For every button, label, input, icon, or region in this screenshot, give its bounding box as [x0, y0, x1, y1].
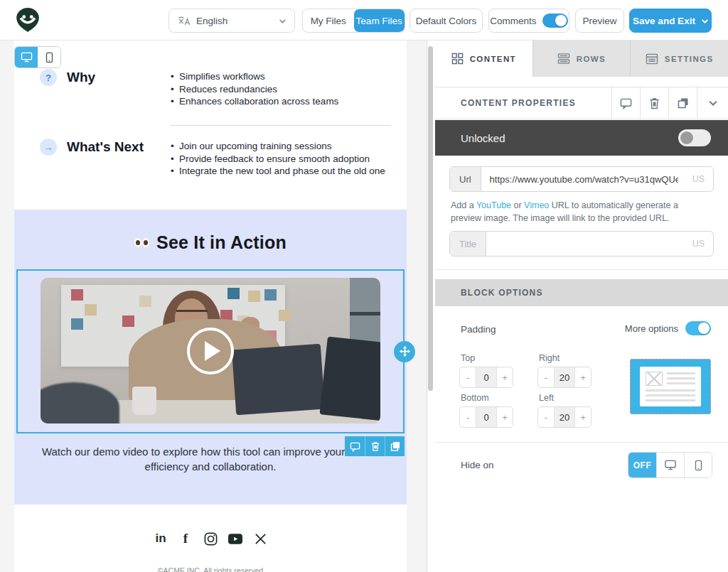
- lock-toggle[interactable]: [678, 129, 711, 146]
- decrement-button[interactable]: -: [538, 407, 554, 427]
- preview-button[interactable]: Preview: [575, 9, 624, 33]
- title-field-label: Title: [450, 232, 486, 256]
- tab-label: SETTINGS: [665, 55, 714, 63]
- padding-top-label: Top: [461, 353, 475, 363]
- tab-label: CONTENT: [470, 55, 516, 63]
- mobile-view-button[interactable]: [38, 47, 60, 68]
- padding-top-stepper: - 0 +: [459, 367, 513, 388]
- increment-button[interactable]: +: [497, 367, 513, 387]
- comments-label: Comments: [490, 16, 536, 26]
- whats-next-section[interactable]: → What's Next Join our upcoming training…: [40, 139, 391, 178]
- content-properties-title: CONTENT PROPERTIES: [435, 87, 611, 119]
- save-and-exit-label: Save and Exit: [633, 16, 695, 26]
- block-options-header: BLOCK OPTIONS: [435, 279, 728, 306]
- chevron-down-icon: [279, 17, 286, 24]
- hide-on-mobile-button[interactable]: [684, 453, 712, 477]
- youtube-link[interactable]: YouTube: [476, 200, 511, 210]
- action-heading-text: See It in Action: [156, 232, 287, 253]
- padding-right-label: Right: [539, 353, 560, 363]
- default-colors-button[interactable]: Default Colors: [410, 9, 483, 33]
- copyright-text: ©ACME INC. All rights reserved: [14, 566, 407, 572]
- panel-scrollbar[interactable]: [428, 46, 433, 391]
- save-and-exit-button[interactable]: Save and Exit: [629, 9, 712, 33]
- comment-icon-button[interactable]: [345, 436, 365, 456]
- youtube-icon[interactable]: [228, 531, 242, 546]
- duplicate-icon-button[interactable]: [385, 436, 405, 456]
- more-options-control: More options: [625, 321, 711, 335]
- url-helper-text: Add a YouTube or Vimeo URL to automatica…: [451, 200, 711, 225]
- more-options-toggle[interactable]: [685, 321, 711, 335]
- padding-right-value[interactable]: 20: [554, 367, 575, 387]
- tab-settings[interactable]: SETTINGS: [631, 41, 728, 77]
- padding-left-stepper: - 20 +: [537, 406, 592, 428]
- bullet-item: Integrate the new tool and phase out the…: [171, 165, 391, 178]
- url-field-label: Url: [450, 167, 481, 191]
- move-block-handle[interactable]: [394, 341, 415, 362]
- tab-rows[interactable]: ROWS: [533, 41, 631, 77]
- increment-button[interactable]: +: [575, 407, 591, 427]
- comment-icon-button[interactable]: [611, 87, 640, 119]
- video-block-selected[interactable]: [16, 269, 405, 433]
- title-input[interactable]: [486, 232, 684, 256]
- vimeo-link[interactable]: Vimeo: [524, 200, 549, 210]
- padding-bottom-stepper: - 0 +: [459, 406, 513, 428]
- email-canvas: ? Why Simplifies workflows Reduces redun…: [0, 41, 427, 572]
- helper-text: Add a: [451, 200, 476, 210]
- url-locale-badge: US: [684, 167, 713, 191]
- brand-logo: [14, 6, 41, 33]
- my-files-button[interactable]: My Files: [303, 9, 354, 32]
- comments-control: Comments: [488, 9, 569, 33]
- padding-top-value[interactable]: 0: [476, 367, 497, 387]
- comments-toggle[interactable]: [542, 14, 568, 28]
- x-twitter-icon[interactable]: [253, 531, 267, 546]
- tab-content[interactable]: CONTENT: [435, 41, 533, 77]
- decrement-button[interactable]: -: [460, 407, 476, 427]
- padding-left-label: Left: [539, 393, 554, 403]
- unlocked-label: Unlocked: [461, 132, 678, 144]
- image-placeholder-icon: [646, 372, 663, 386]
- delete-icon-button[interactable]: [365, 436, 385, 456]
- padding-right-stepper: - 20 +: [537, 367, 592, 388]
- content-properties-header: CONTENT PROPERTIES: [435, 87, 728, 119]
- facebook-icon[interactable]: f: [178, 531, 193, 546]
- files-toggle-group: My Files Team Files: [302, 9, 405, 33]
- title-field-group: Title US: [449, 231, 714, 257]
- video-thumbnail: [41, 278, 380, 423]
- hide-on-desktop-button[interactable]: [656, 453, 684, 477]
- instagram-icon[interactable]: [203, 531, 218, 546]
- why-section[interactable]: ? Why Simplifies workflows Reduces redun…: [40, 69, 391, 126]
- more-options-label: More options: [625, 323, 678, 334]
- properties-panel: CONTENT ROWS SETTINGS CONTENT: [435, 41, 728, 572]
- team-files-button[interactable]: Team Files: [354, 9, 405, 32]
- play-button[interactable]: [187, 328, 234, 374]
- hide-on-control: OFF: [628, 452, 712, 478]
- padding-left-value[interactable]: 20: [554, 407, 575, 427]
- desktop-view-button[interactable]: [15, 47, 38, 68]
- panel-tabs: CONTENT ROWS SETTINGS: [435, 41, 728, 77]
- padding-label: Padding: [461, 324, 496, 335]
- language-selector[interactable]: English: [168, 9, 295, 33]
- bullet-item: Provide feedback to ensure smooth adopti…: [171, 153, 391, 166]
- delete-icon-button[interactable]: [640, 87, 668, 119]
- decrement-button[interactable]: -: [460, 367, 476, 387]
- increment-button[interactable]: +: [497, 407, 513, 427]
- email-document: ? Why Simplifies workflows Reduces redun…: [14, 41, 407, 572]
- translate-icon: [178, 16, 191, 26]
- panel-divider: [427, 41, 427, 572]
- divider: [435, 269, 728, 270]
- bullet-item: Reduces redundancies: [171, 83, 391, 96]
- title-locale-badge: US: [684, 232, 713, 256]
- increment-button[interactable]: +: [575, 367, 591, 387]
- divider: [435, 442, 728, 443]
- linkedin-icon[interactable]: in: [154, 531, 168, 546]
- video-caption[interactable]: Watch our demo video to explore how this…: [33, 444, 388, 474]
- see-it-in-action-section: See It in Action: [14, 210, 407, 504]
- decrement-button[interactable]: -: [538, 367, 554, 387]
- duplicate-icon-button[interactable]: [668, 87, 697, 119]
- chevron-down-icon: [701, 17, 708, 24]
- hide-on-off-button[interactable]: OFF: [628, 453, 656, 477]
- hide-on-label: Hide on: [461, 460, 494, 470]
- url-input[interactable]: [481, 167, 684, 191]
- collapse-panel-button[interactable]: [697, 87, 728, 119]
- padding-bottom-value[interactable]: 0: [476, 407, 497, 427]
